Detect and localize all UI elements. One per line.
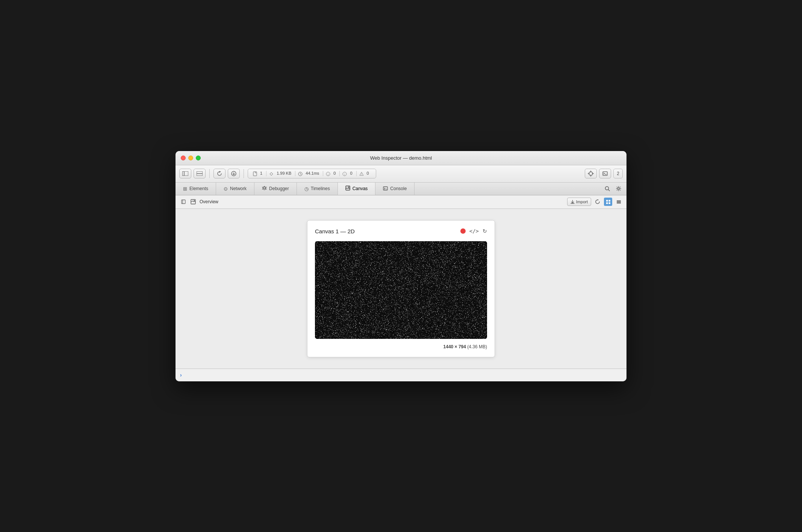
crosshair-button[interactable] [585, 169, 597, 178]
error-stat: ! 0 [340, 171, 356, 176]
tab-canvas[interactable]: Canvas [338, 183, 376, 195]
tab-timelines[interactable]: ◷ Timelines [297, 183, 338, 195]
error-icon: ! [342, 172, 347, 176]
timelines-tab-label: Timelines [311, 186, 330, 191]
grid-icon [606, 200, 611, 204]
noise-canvas [315, 241, 487, 339]
layout-icon [197, 171, 203, 176]
toolbar-stats: 1 1.99 KB 44.1ms i 0 [248, 169, 376, 178]
record-indicator[interactable] [460, 228, 466, 234]
close-button[interactable] [181, 156, 186, 160]
svg-rect-50 [617, 201, 621, 202]
toolbar-right: 2 [585, 169, 623, 178]
canvas-main-content: Canvas 1 — 2D </> ↻ 1440 × 794 (4.36 MB) [176, 209, 626, 369]
tab-debugger[interactable]: Debugger [254, 183, 297, 195]
svg-line-26 [266, 187, 267, 188]
size-icon [269, 172, 274, 176]
svg-point-42 [194, 200, 195, 201]
badge-count[interactable]: 2 [613, 169, 623, 178]
canvas-card: Canvas 1 — 2D </> ↻ 1440 × 794 (4.36 MB) [307, 220, 495, 357]
overview-icon [191, 199, 196, 204]
grid-view-button[interactable] [604, 198, 612, 206]
search-button[interactable] [602, 184, 612, 193]
canvas-dimensions: 1440 × 794 (4.36 MB) [315, 344, 487, 349]
warning-stat: ! 0 [357, 171, 373, 176]
svg-rect-1 [182, 171, 188, 176]
network-tab-icon: ⊙ [224, 186, 228, 192]
canvas-title: Canvas 1 — 2D [315, 228, 355, 234]
console-input[interactable] [185, 372, 622, 378]
svg-rect-32 [383, 187, 387, 190]
tab-network[interactable]: ⊙ Network [216, 183, 254, 195]
settings-button[interactable] [614, 184, 623, 193]
download-button[interactable] [228, 169, 240, 178]
svg-line-34 [384, 189, 385, 189]
svg-rect-49 [617, 200, 621, 201]
svg-rect-45 [606, 200, 608, 202]
time-stat: 44.1ms [296, 171, 323, 176]
tab-elements[interactable]: ⊞ Elements [176, 183, 216, 195]
overview-bar: Overview Import [176, 195, 626, 209]
import-label: Import [576, 200, 588, 204]
network-tab-label: Network [230, 186, 247, 191]
window-title: Web Inspector — demo.html [370, 155, 432, 161]
timelines-tab-icon: ◷ [304, 186, 309, 192]
canvas-memory: (4.36 MB) [467, 344, 487, 349]
crosshair-icon [588, 171, 594, 177]
canvas-size: 1440 × 794 [443, 344, 466, 349]
nav-tab-right-actions [599, 183, 626, 195]
svg-text:i: i [328, 173, 329, 175]
canvas-preview [315, 241, 487, 339]
svg-line-28 [266, 189, 267, 189]
maximize-button[interactable] [196, 156, 201, 160]
svg-point-38 [618, 188, 620, 190]
svg-rect-51 [617, 203, 621, 203]
separator-2 [244, 169, 244, 178]
list-view-button[interactable] [614, 198, 623, 206]
nav-tabs: ⊞ Elements ⊙ Network Debugger ◷ [176, 183, 626, 195]
traffic-lights [181, 156, 201, 160]
sidebar-toggle-button[interactable] [179, 169, 191, 178]
console-prompt-button[interactable] [599, 169, 611, 178]
image-icon [345, 186, 350, 190]
console-tab-icon [383, 186, 388, 192]
refresh-overview-button[interactable] [593, 198, 602, 206]
svg-rect-46 [608, 200, 610, 202]
canvas-tab-label: Canvas [353, 186, 368, 191]
debugger-tab-icon [262, 186, 267, 192]
reload-button[interactable] [213, 169, 225, 178]
refresh-canvas-button[interactable]: ↻ [483, 228, 487, 234]
panel-toggle-button[interactable] [179, 198, 188, 206]
console-bar: › [176, 369, 626, 381]
debugger-tab-label: Debugger [269, 186, 289, 191]
size-stat: 1.99 KB [267, 171, 295, 176]
layout-toggle-button[interactable] [194, 169, 206, 178]
panel-icon [181, 200, 186, 204]
separator-1 [209, 169, 210, 178]
svg-rect-48 [608, 202, 610, 204]
file-count: 1 [251, 171, 266, 176]
refresh-icon [595, 199, 600, 204]
list-icon [616, 200, 621, 204]
content-wrapper: Overview Import [176, 195, 626, 369]
minimize-button[interactable] [188, 156, 193, 160]
console-chevron-icon[interactable]: › [180, 372, 182, 378]
canvas-tab-icon [345, 186, 350, 192]
tab-console[interactable]: Console [375, 183, 415, 195]
log-icon: i [326, 172, 330, 176]
canvas-card-header: Canvas 1 — 2D </> ↻ [315, 228, 487, 234]
gear-icon [616, 186, 621, 191]
console-icon [383, 186, 388, 190]
svg-line-9 [300, 174, 301, 175]
toolbar: 1 1.99 KB 44.1ms i 0 [176, 165, 626, 183]
time-icon [298, 172, 303, 176]
svg-line-25 [262, 187, 263, 188]
view-code-button[interactable]: </> [469, 228, 479, 234]
canvas-card-controls: </> ↻ [460, 228, 487, 234]
terminal-icon [602, 171, 608, 176]
title-bar: Web Inspector — demo.html [176, 151, 626, 165]
warning-icon: ! [359, 172, 364, 176]
svg-text:!: ! [344, 173, 345, 175]
import-icon [570, 200, 575, 204]
import-button[interactable]: Import [567, 198, 591, 206]
